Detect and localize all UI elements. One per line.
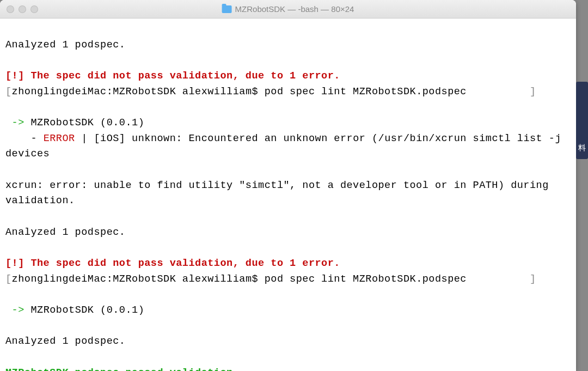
arrow: -> — [5, 305, 30, 316]
output-line: Analyzed 1 podspec. — [5, 336, 125, 347]
error-label: ERROR — [44, 133, 75, 144]
zoom-icon[interactable] — [30, 5, 38, 13]
close-icon[interactable] — [7, 5, 14, 13]
traffic-lights — [7, 5, 38, 13]
window-title: MZRobotSDK — -bash — 80×24 — [222, 4, 354, 14]
prompt-line: zhonglingdeiMac:MZRobotSDK alexwilliam$ … — [12, 273, 467, 285]
folder-icon — [222, 5, 232, 13]
output-line: Analyzed 1 podspec. — [5, 227, 125, 238]
success-line: MZRobotSDK.podspec passed validation. — [5, 367, 239, 371]
window-titlebar[interactable]: MZRobotSDK — -bash — 80×24 — [0, 0, 576, 19]
bracket: [ — [5, 86, 12, 98]
output-line: | [iOS] unknown: Encountered an unknown … — [5, 133, 568, 160]
bracket: ] — [467, 273, 536, 285]
terminal-output[interactable]: Analyzed 1 podspec. [!] The spec did not… — [0, 19, 576, 371]
output-line: xcrun: error: unable to find utility "si… — [5, 180, 555, 207]
spec-name: MZRobotSDK (0.0.1) — [30, 305, 144, 316]
title-text: MZRobotSDK — -bash — 80×24 — [235, 4, 354, 14]
spec-name: MZRobotSDK (0.0.1) — [30, 117, 144, 129]
bracket: [ — [5, 273, 12, 285]
arrow: -> — [5, 117, 30, 129]
output-line: - — [5, 133, 44, 144]
error-line: [!] The spec did not pass validation, du… — [5, 258, 340, 269]
terminal-window: MZRobotSDK — -bash — 80×24 Analyzed 1 po… — [0, 0, 576, 371]
side-glyph: 料 — [578, 143, 586, 153]
prompt-line: zhonglingdeiMac:MZRobotSDK alexwilliam$ … — [12, 86, 467, 98]
bracket: ] — [467, 86, 536, 98]
error-line: [!] The spec did not pass validation, du… — [5, 70, 340, 82]
background-panel-char: 料 — [576, 137, 588, 159]
output-line: Analyzed 1 podspec. — [5, 39, 125, 51]
minimize-icon[interactable] — [19, 5, 26, 13]
